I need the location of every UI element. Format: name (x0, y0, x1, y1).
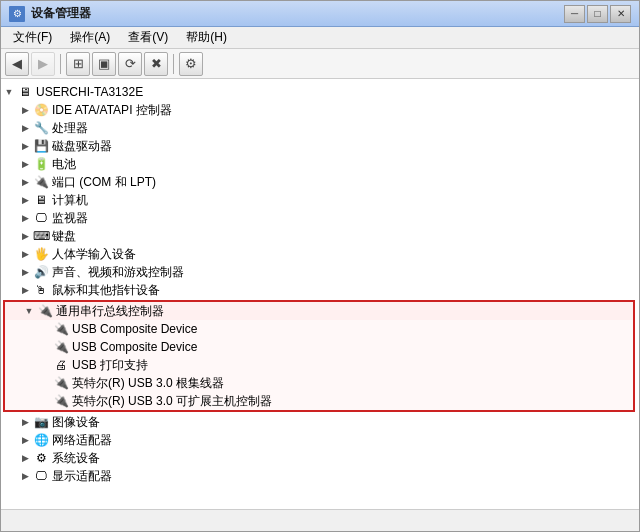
battery-expand-icon[interactable]: ▶ (17, 156, 33, 172)
system-icon: ⚙ (33, 450, 49, 466)
usb-print-label: USB 打印支持 (72, 357, 148, 374)
tree-item-battery[interactable]: ▶ 🔋 电池 (1, 155, 639, 173)
usb-xhci-icon: 🔌 (53, 393, 69, 409)
tree-root[interactable]: ▼ 🖥 USERCHI-TA3132E (1, 83, 639, 101)
device-manager-window: ⚙ 设备管理器 ─ □ ✕ 文件(F) 操作(A) 查看(V) 帮助(H) ◀ … (0, 0, 640, 532)
monitor-expand-icon[interactable]: ▶ (17, 210, 33, 226)
toolbar-separator-2 (173, 54, 174, 74)
port-expand-icon[interactable]: ▶ (17, 174, 33, 190)
tree-item-cpu[interactable]: ▶ 🔧 处理器 (1, 119, 639, 137)
usb-hub-icon: 🔌 (53, 375, 69, 391)
forward-button[interactable]: ▶ (31, 52, 55, 76)
root-computer-icon: 🖥 (17, 84, 33, 100)
tree-item-system[interactable]: ▶ ⚙ 系统设备 (1, 449, 639, 467)
tree-item-keyboard[interactable]: ▶ ⌨ 键盘 (1, 227, 639, 245)
device-tree[interactable]: ▼ 🖥 USERCHI-TA3132E ▶ 📀 IDE ATA/ATAPI 控制… (1, 79, 639, 509)
display-expand-icon[interactable]: ▶ (17, 468, 33, 484)
hid-expand-icon[interactable]: ▶ (17, 246, 33, 262)
image-label: 图像设备 (52, 414, 100, 431)
root-expand-icon[interactable]: ▼ (1, 84, 17, 100)
usb-print-icon: 🖨 (53, 357, 69, 373)
expand-button[interactable]: ⊞ (66, 52, 90, 76)
tree-item-usb-print[interactable]: ▶ 🖨 USB 打印支持 (5, 356, 633, 374)
image-expand-icon[interactable]: ▶ (17, 414, 33, 430)
audio-icon: 🔊 (33, 264, 49, 280)
computer-expand-icon[interactable]: ▶ (17, 192, 33, 208)
content-area: ▼ 🖥 USERCHI-TA3132E ▶ 📀 IDE ATA/ATAPI 控制… (1, 79, 639, 509)
disk-label: 磁盘驱动器 (52, 138, 112, 155)
title-bar-left: ⚙ 设备管理器 (9, 5, 91, 22)
network-expand-icon[interactable]: ▶ (17, 432, 33, 448)
tree-item-mouse[interactable]: ▶ 🖱 鼠标和其他指针设备 (1, 281, 639, 299)
usb-composite-2-icon: 🔌 (53, 339, 69, 355)
tree-item-display[interactable]: ▶ 🖵 显示适配器 (1, 467, 639, 485)
refresh-button[interactable]: ⟳ (118, 52, 142, 76)
menu-help[interactable]: 帮助(H) (178, 27, 235, 48)
toolbar-separator-1 (60, 54, 61, 74)
mouse-label: 鼠标和其他指针设备 (52, 282, 160, 299)
cpu-label: 处理器 (52, 120, 88, 137)
menu-view[interactable]: 查看(V) (120, 27, 176, 48)
audio-expand-icon[interactable]: ▶ (17, 264, 33, 280)
hid-icon: 🖐 (33, 246, 49, 262)
system-expand-icon[interactable]: ▶ (17, 450, 33, 466)
network-icon: 🌐 (33, 432, 49, 448)
port-label: 端口 (COM 和 LPT) (52, 174, 156, 191)
computer-icon: 🖥 (33, 192, 49, 208)
status-bar (1, 509, 639, 531)
computer-label: 计算机 (52, 192, 88, 209)
minimize-button[interactable]: ─ (564, 5, 585, 23)
usb-hub-label: 英特尔(R) USB 3.0 根集线器 (72, 375, 224, 392)
ide-label: IDE ATA/ATAPI 控制器 (52, 102, 172, 119)
tree-item-usb-composite-2[interactable]: ▶ 🔌 USB Composite Device (5, 338, 633, 356)
keyboard-label: 键盘 (52, 228, 76, 245)
port-icon: 🔌 (33, 174, 49, 190)
remove-button[interactable]: ✖ (144, 52, 168, 76)
mouse-expand-icon[interactable]: ▶ (17, 282, 33, 298)
usb-expand-icon[interactable]: ▼ (21, 303, 37, 319)
ide-icon: 📀 (33, 102, 49, 118)
properties-button[interactable]: ⚙ (179, 52, 203, 76)
battery-icon: 🔋 (33, 156, 49, 172)
tree-item-hid[interactable]: ▶ 🖐 人体学输入设备 (1, 245, 639, 263)
tree-item-audio[interactable]: ▶ 🔊 声音、视频和游戏控制器 (1, 263, 639, 281)
menu-file[interactable]: 文件(F) (5, 27, 60, 48)
mouse-icon: 🖱 (33, 282, 49, 298)
tree-item-monitor[interactable]: ▶ 🖵 监视器 (1, 209, 639, 227)
keyboard-icon: ⌨ (33, 228, 49, 244)
monitor-icon: 🖵 (33, 210, 49, 226)
tree-item-network[interactable]: ▶ 🌐 网络适配器 (1, 431, 639, 449)
disk-expand-icon[interactable]: ▶ (17, 138, 33, 154)
usb-xhci-label: 英特尔(R) USB 3.0 可扩展主机控制器 (72, 393, 272, 410)
battery-label: 电池 (52, 156, 76, 173)
tree-item-usb-xhci[interactable]: ▶ 🔌 英特尔(R) USB 3.0 可扩展主机控制器 (5, 392, 633, 410)
disk-icon: 💾 (33, 138, 49, 154)
keyboard-expand-icon[interactable]: ▶ (17, 228, 33, 244)
usb-controller-label: 通用串行总线控制器 (56, 303, 164, 320)
cpu-expand-icon[interactable]: ▶ (17, 120, 33, 136)
usb-highlighted-section: ▼ 🔌 通用串行总线控制器 ▶ 🔌 USB Composite Device (3, 300, 635, 412)
tree-item-ide[interactable]: ▶ 📀 IDE ATA/ATAPI 控制器 (1, 101, 639, 119)
image-icon: 📷 (33, 414, 49, 430)
window-icon: ⚙ (9, 6, 25, 22)
tree-item-image[interactable]: ▶ 📷 图像设备 (1, 413, 639, 431)
title-bar: ⚙ 设备管理器 ─ □ ✕ (1, 1, 639, 27)
monitor-label: 监视器 (52, 210, 88, 227)
tree-item-computer[interactable]: ▶ 🖥 计算机 (1, 191, 639, 209)
tree-item-usb-controller[interactable]: ▼ 🔌 通用串行总线控制器 (5, 302, 633, 320)
tree-item-port[interactable]: ▶ 🔌 端口 (COM 和 LPT) (1, 173, 639, 191)
maximize-button[interactable]: □ (587, 5, 608, 23)
close-button[interactable]: ✕ (610, 5, 631, 23)
menu-action[interactable]: 操作(A) (62, 27, 118, 48)
display-label: 显示适配器 (52, 468, 112, 485)
cpu-icon: 🔧 (33, 120, 49, 136)
ide-expand-icon[interactable]: ▶ (17, 102, 33, 118)
root-label: USERCHI-TA3132E (36, 85, 143, 99)
system-label: 系统设备 (52, 450, 100, 467)
device-button[interactable]: ▣ (92, 52, 116, 76)
back-button[interactable]: ◀ (5, 52, 29, 76)
tree-item-disk[interactable]: ▶ 💾 磁盘驱动器 (1, 137, 639, 155)
window-title: 设备管理器 (31, 5, 91, 22)
tree-item-usb-composite-1[interactable]: ▶ 🔌 USB Composite Device (5, 320, 633, 338)
tree-item-usb-root-hub[interactable]: ▶ 🔌 英特尔(R) USB 3.0 根集线器 (5, 374, 633, 392)
